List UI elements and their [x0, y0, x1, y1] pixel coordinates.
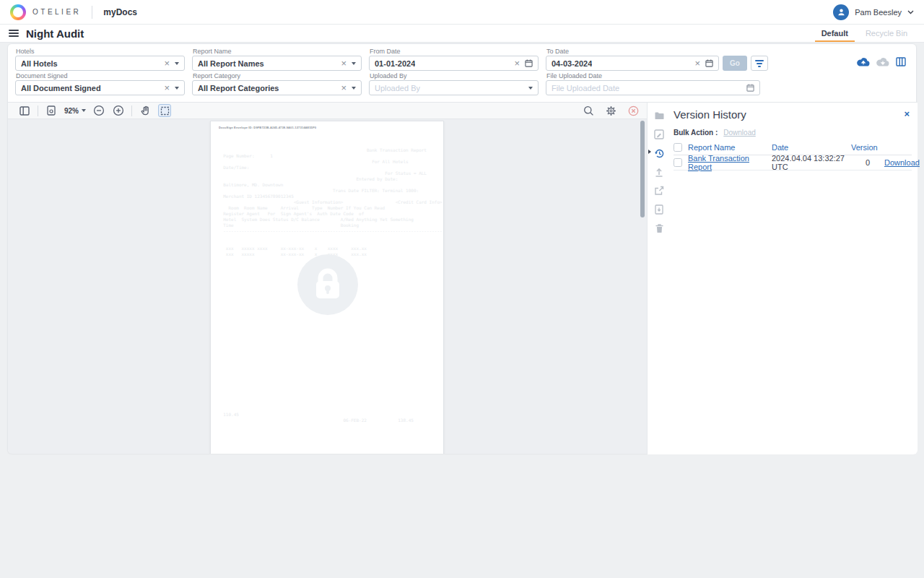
bulk-download-link[interactable]: Download [723, 129, 755, 137]
file-uploaded-date-filter: File Uploaded Date File Uploaded Date [546, 80, 760, 95]
divider [38, 105, 38, 116]
cloud-upload-icon[interactable] [857, 57, 870, 66]
to-date-filter: To Date 04-03-2024 × [546, 56, 719, 71]
columns-icon[interactable] [896, 57, 906, 66]
clear-icon[interactable]: × [164, 59, 170, 68]
user-menu[interactable]: Pam Beesley [833, 4, 914, 20]
report-category-value: All Report Categories [198, 84, 279, 92]
table-row: Bank Transaction Report 2024.04.04 13:32… [674, 155, 912, 171]
caret-down-icon[interactable] [352, 62, 356, 65]
caret-down-icon [82, 109, 86, 112]
bulk-action-label: Bulk Action : [674, 129, 718, 137]
zoom-in-icon[interactable] [112, 104, 125, 117]
clear-icon[interactable]: × [694, 59, 700, 68]
caret-down-icon[interactable] [528, 87, 533, 90]
marquee-select-icon[interactable] [158, 104, 171, 117]
search-icon[interactable] [582, 104, 595, 117]
lock-watermark-icon [297, 254, 359, 316]
otelier-logo-icon [10, 4, 26, 20]
from-date-value: 01-01-2024 [375, 59, 415, 68]
row-checkbox[interactable] [674, 158, 682, 167]
filter-icon [755, 60, 764, 61]
column-date: Date [772, 143, 851, 152]
chevron-down-icon[interactable] [907, 10, 914, 14]
share-icon[interactable] [653, 185, 665, 197]
uploaded-by-placeholder: Uploaded By [375, 84, 420, 92]
hotels-select[interactable]: All Hotels × [15, 56, 185, 71]
calendar-icon[interactable] [525, 59, 533, 67]
bulk-file-actions [857, 57, 906, 66]
cloud-download-icon[interactable] [876, 57, 889, 66]
zoom-level-value: 92% [64, 107, 79, 115]
calendar-icon[interactable] [705, 59, 713, 67]
column-report-name: Report Name [688, 143, 772, 152]
row-version: 0 [851, 158, 884, 167]
document-signed-select[interactable]: All Document Signed × [15, 80, 185, 95]
caret-down-icon[interactable] [175, 62, 179, 65]
report-name-label: Report Name [193, 48, 232, 55]
folder-icon[interactable] [653, 110, 665, 121]
report-category-select[interactable]: All Report Categories × [192, 80, 362, 95]
column-version: Version [851, 143, 884, 152]
active-panel-marker [648, 150, 651, 154]
caret-down-icon[interactable] [352, 87, 356, 90]
from-date-input[interactable]: 01-01-2024 × [369, 56, 539, 71]
main-card: Hotels All Hotels × Report Name All Repo… [7, 43, 917, 454]
zoom-out-icon[interactable] [92, 104, 105, 117]
document-footer-text: 110.45 06-FEB-22 138.45 [218, 412, 414, 423]
person-icon [837, 7, 846, 17]
report-name-filter: Report Name All Report Names × [192, 56, 362, 71]
user-avatar[interactable] [833, 4, 849, 20]
zoom-level-dropdown[interactable]: 92% [64, 107, 86, 115]
clear-icon[interactable]: × [514, 59, 520, 68]
select-all-checkbox[interactable] [674, 143, 682, 152]
tab-default[interactable]: Default [815, 25, 855, 42]
page-title: Night Audit [26, 27, 84, 40]
sidebar-toggle-icon[interactable] [18, 104, 31, 117]
version-history-table: Report Name Date Version Bank Transactio… [674, 140, 912, 171]
from-date-label: From Date [370, 48, 401, 55]
settings-gear-icon[interactable] [604, 104, 617, 117]
pan-hand-icon[interactable] [139, 104, 152, 117]
hamburger-menu-icon[interactable] [9, 30, 19, 37]
go-button[interactable]: Go [723, 56, 747, 71]
document-signed-label: Document Signed [16, 72, 68, 79]
version-history-panel: Version History × Bulk Action : Download… [647, 102, 918, 454]
report-name-link[interactable]: Bank Transaction Report [688, 154, 772, 171]
page-settings-icon[interactable] [45, 104, 58, 117]
uploaded-by-select[interactable]: Uploaded By [369, 80, 539, 95]
upload-icon[interactable] [653, 166, 665, 178]
panel-title: Version History [674, 108, 746, 121]
view-tabs: Default Recycle Bin [815, 25, 914, 42]
row-download-link[interactable]: Download [884, 158, 920, 167]
top-app-bar: OTELIER myDocs Pam Beesley [0, 0, 924, 25]
pdf-page: DocuSign Envelope ID: D9FB723B-A245-4738… [210, 121, 444, 454]
calendar-icon[interactable] [746, 84, 754, 92]
table-header-row: Report Name Date Version [674, 140, 912, 155]
report-name-select[interactable]: All Report Names × [192, 56, 362, 71]
file-uploaded-date-input[interactable]: File Uploaded Date [546, 80, 760, 95]
clear-icon[interactable]: × [341, 59, 346, 68]
vertical-scrollbar[interactable] [640, 121, 645, 217]
close-panel-icon[interactable]: × [902, 108, 912, 119]
to-date-label: To Date [546, 48, 569, 55]
document-signed-value: All Document Signed [21, 84, 101, 92]
hotels-label: Hotels [16, 48, 35, 55]
user-name: Pam Beesley [855, 8, 902, 17]
to-date-input[interactable]: 04-03-2024 × [546, 56, 719, 71]
file-uploaded-date-label: File Uploaded Date [546, 72, 602, 79]
filter-button[interactable] [751, 56, 768, 71]
brand-name: OTELIER [32, 8, 81, 16]
close-document-icon[interactable] [627, 104, 640, 117]
edit-icon[interactable] [653, 129, 665, 140]
caret-down-icon[interactable] [175, 87, 179, 90]
clear-icon[interactable]: × [164, 83, 170, 92]
tab-recycle-bin[interactable]: Recycle Bin [859, 25, 914, 42]
trash-icon[interactable] [653, 223, 665, 234]
report-name-value: All Report Names [198, 59, 264, 68]
version-history-icon[interactable] [653, 147, 665, 159]
row-date: 2024.04.04 13:32:27 UTC [772, 154, 851, 171]
file-download-icon[interactable] [653, 204, 665, 215]
document-body-text: Bank Transaction Report Page Number: 1 F… [218, 147, 443, 257]
clear-icon[interactable]: × [341, 83, 346, 92]
